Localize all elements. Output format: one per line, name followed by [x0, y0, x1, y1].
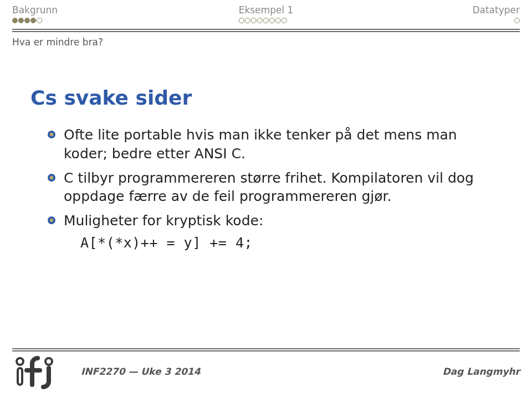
nav-label: Eksempel 1 — [239, 4, 294, 15]
frame-subtitle: Hva er mindre bra? — [0, 32, 532, 48]
bullet-text: Muligheter for kryptisk kode: — [64, 213, 263, 229]
dot-icon — [18, 18, 24, 23]
dot-icon — [514, 18, 520, 23]
dot-icon — [245, 18, 250, 23]
list-item: Muligheter for kryptisk kode: A[*(*x)++ … — [47, 211, 502, 252]
bullet-text: Ofte lite portable hvis man ikke tenker … — [64, 127, 457, 162]
svg-point-6 — [17, 358, 23, 365]
progress-dots — [239, 18, 294, 23]
dot-icon — [275, 18, 281, 23]
dot-icon — [257, 18, 263, 23]
ifi-logo-icon — [12, 354, 65, 389]
bullet-list: Ofte lite portable hvis man ikke tenker … — [30, 126, 502, 252]
nav-section-eksempel[interactable]: Eksempel 1 — [239, 4, 294, 23]
bullet-icon — [47, 130, 56, 139]
dot-icon — [269, 18, 275, 23]
dot-icon — [24, 18, 30, 23]
bullet-icon — [47, 173, 56, 182]
nav-section-datatyper[interactable]: Datatyper — [472, 4, 520, 23]
progress-dots — [12, 18, 58, 23]
progress-dots — [514, 18, 520, 23]
nav-label: Datatyper — [472, 4, 520, 15]
svg-point-3 — [50, 175, 53, 179]
code-snippet: A[*(*x)++ = y] += 4; — [80, 234, 502, 252]
svg-point-5 — [50, 219, 53, 222]
footer-author: Dag Langmyhr — [442, 366, 520, 377]
dot-icon — [12, 18, 18, 23]
nav-section-bakgrunn[interactable]: Bakgrunn — [12, 4, 58, 23]
dot-icon — [37, 18, 42, 23]
slide-heading: Cs svake sider — [30, 86, 502, 109]
slide: Bakgrunn Eksempel 1 Dat — [0, 0, 532, 398]
dot-icon — [239, 18, 244, 23]
list-item: C tilbyr programmereren større frihet. K… — [47, 169, 502, 206]
svg-point-1 — [50, 133, 53, 136]
dot-icon — [251, 18, 257, 23]
footer-course: INF2270 — Uke 3 2014 — [65, 366, 442, 377]
dot-icon — [263, 18, 269, 23]
dot-icon — [282, 18, 287, 23]
nav-label: Bakgrunn — [12, 4, 58, 15]
bullet-text: C tilbyr programmereren større frihet. K… — [64, 170, 474, 205]
svg-point-9 — [45, 358, 52, 365]
slide-body: Cs svake sider Ofte lite portable hvis m… — [0, 48, 532, 398]
bullet-icon — [47, 216, 56, 225]
list-item: Ofte lite portable hvis man ikke tenker … — [47, 126, 502, 163]
svg-rect-7 — [18, 368, 22, 385]
dot-icon — [30, 18, 36, 23]
top-nav: Bakgrunn Eksempel 1 Dat — [0, 0, 532, 23]
footer: INF2270 — Uke 3 2014 Dag Langmyhr — [0, 348, 532, 398]
